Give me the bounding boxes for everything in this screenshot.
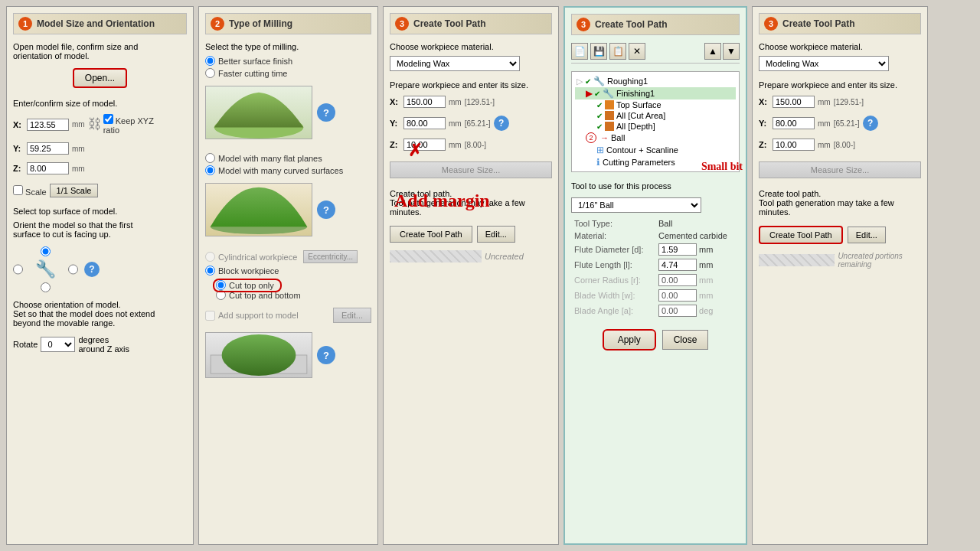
scale-11-button[interactable]: 1/1 Scale	[50, 184, 99, 197]
panel4-header: 3 Create Tool Path	[571, 14, 740, 35]
panel4-toolbar: 📄 💾 📋 ✕ ▲ ▼	[571, 43, 740, 64]
tool-type-row: Tool Type: Ball	[571, 217, 740, 230]
scale-checkbox[interactable]	[13, 185, 23, 195]
add-support-row: Add support to model Edit...	[205, 308, 371, 323]
tree-finishing[interactable]: ▶ ✔ 🔧 Finishing1	[575, 87, 736, 99]
measure-size-button-p3[interactable]: Measure Size...	[390, 161, 552, 178]
blade-a-input	[658, 305, 697, 317]
z-input[interactable]	[27, 162, 69, 174]
info-icon-orient[interactable]: ?	[84, 262, 100, 277]
apply-button[interactable]: Apply	[603, 329, 656, 350]
radio-block[interactable]	[205, 266, 215, 276]
orient-radio-4[interactable]	[41, 282, 51, 292]
panel3-title: Create Tool Path	[413, 18, 485, 29]
toolbar-up-btn[interactable]: ▲	[704, 43, 721, 60]
corner-r-row: Corner Radius [r]: mm	[571, 272, 740, 288]
p3-z-row: Z: mm [8.00-]	[390, 139, 552, 151]
info-btn-curved[interactable]: ?	[317, 201, 335, 219]
edit-button-p3[interactable]: Edit...	[477, 226, 515, 243]
orient-radio-3[interactable]	[68, 259, 78, 279]
orient-radio-1[interactable]	[41, 246, 51, 256]
p5-x-input[interactable]	[773, 96, 815, 108]
keepxyz-checkbox[interactable]	[103, 114, 113, 124]
step1-circle: 1	[18, 17, 32, 31]
material-select[interactable]: Modeling Wax	[390, 56, 520, 71]
p3-y-input[interactable]	[403, 117, 446, 129]
panel1-title: Model Size and Orientation	[37, 18, 155, 29]
panel5-header: 3 Create Tool Path	[759, 13, 921, 34]
y-input[interactable]	[27, 142, 69, 155]
p5-x-row: X: mm [129.51-]	[759, 96, 921, 108]
open-desc: Open model file, confirm size and orient…	[13, 42, 187, 60]
radio-flat-planes[interactable]	[205, 153, 215, 163]
scale-row: Scale 1/1 Scale	[13, 184, 187, 197]
rotate-select[interactable]: 0 90 180 270	[41, 337, 75, 352]
tree-roughing[interactable]: ▷ ✔ 🔧 Roughing1	[575, 75, 736, 87]
p3-z-input[interactable]	[403, 139, 446, 151]
tree-cutting-params[interactable]: ℹ Cutting Parameters	[575, 156, 736, 168]
add-support-checkbox	[205, 311, 215, 321]
uncreated-stripe	[390, 250, 482, 262]
radio-faster-cutting[interactable]	[205, 68, 215, 78]
step3c-circle: 3	[764, 17, 778, 31]
prepare-label: Prepare workpiece and enter its size.	[390, 80, 552, 90]
flute-d-input[interactable]	[658, 243, 697, 256]
material-select-row: Modeling Wax	[390, 56, 552, 71]
p3-x-input[interactable]	[403, 96, 446, 108]
apply-close-row: Apply Close	[571, 329, 740, 350]
p5-z-input[interactable]	[773, 139, 815, 151]
info-btn-better[interactable]: ?	[317, 103, 335, 122]
flute-l-input[interactable]	[658, 259, 697, 271]
tree-ball[interactable]: 2 → Ball	[575, 132, 736, 144]
p5-y-input[interactable]	[773, 117, 815, 129]
create-toolpath-button-p5[interactable]: Create Tool Path	[759, 226, 843, 244]
uncreated-row: Uncreated	[390, 250, 552, 262]
panel-create-toolpath-3: 3 Create Tool Path Choose workpiece mate…	[752, 6, 928, 545]
panel-milling-type: 2 Type of Milling Select the type of mil…	[198, 6, 378, 545]
tree-all-depth[interactable]: ✔ All [Depth]	[575, 121, 736, 132]
close-button[interactable]: Close	[662, 330, 709, 350]
p5-material-select[interactable]: Modeling Wax	[759, 56, 889, 71]
milling-image-row1: ?	[205, 86, 371, 139]
panel4-title: Create Tool Path	[595, 19, 667, 30]
workpiece-radios: Cylindrical workpiece Eccentricity... Bl…	[205, 250, 371, 276]
eccentricity-button[interactable]: Eccentricity...	[303, 250, 358, 263]
info-btn-block[interactable]: ?	[317, 346, 335, 364]
tree-contour[interactable]: ⊞ Contour + Scanline	[575, 144, 736, 156]
radio-cut-top-only[interactable]	[216, 280, 226, 290]
tree-top-surface[interactable]: ✔ Top Surface	[575, 99, 736, 110]
orient-radio-2[interactable]	[13, 259, 23, 279]
flute-l-row: Flute Length [l]: mm	[571, 257, 740, 272]
open-button[interactable]: Open...	[73, 68, 127, 88]
measure-size-button-p5[interactable]: Measure Size...	[759, 161, 921, 178]
toolbar-save-btn[interactable]: 💾	[590, 43, 607, 60]
toolbar-delete-btn[interactable]: ✕	[629, 43, 645, 60]
info-btn-p5[interactable]: ?	[863, 116, 878, 131]
flute-d-row: Flute Diameter [d]: mm	[571, 242, 740, 257]
model-icon: 🔧	[35, 259, 56, 279]
radio-cut-top-bottom[interactable]	[216, 290, 226, 300]
orientation-section: 🔧 ?	[13, 246, 187, 292]
radio-curved-surfaces[interactable]	[205, 165, 215, 175]
svg-point-3	[222, 334, 296, 376]
milling-image-row2: ?	[205, 183, 371, 236]
info-btn-p3[interactable]: ?	[494, 116, 509, 131]
material-row: Material: Cemented carbide	[571, 230, 740, 242]
tool-label: Tool to use for this process	[571, 181, 740, 191]
create-toolpath-button-p3[interactable]: Create Tool Path	[390, 226, 472, 243]
toolbar-new-btn[interactable]: 📄	[571, 43, 588, 60]
panel2-header: 2 Type of Milling	[205, 13, 371, 34]
toolbar-copy-btn[interactable]: 📋	[609, 43, 626, 60]
x-input[interactable]	[27, 119, 69, 131]
toolbar-down-btn[interactable]: ▼	[723, 43, 740, 60]
p3-create-label: Create tool path. Tool path generation m…	[390, 189, 552, 217]
p5-uncreated-row: Uncreated portions remaining	[759, 252, 921, 269]
p5-material-select-row: Modeling Wax	[759, 56, 921, 71]
choose-orient-label: Choose orientation of model. Set so that…	[13, 300, 187, 328]
radio-better-surface[interactable]	[205, 56, 215, 66]
tool-select[interactable]: 1/16" Ball	[571, 197, 701, 213]
link-icon: ⛓	[88, 116, 102, 132]
tree-all-cut-area[interactable]: ✔ All [Cut Area]	[575, 110, 736, 121]
edit-button-p5[interactable]: Edit...	[848, 227, 886, 243]
tool-select-row: 1/16" Ball	[571, 197, 740, 213]
